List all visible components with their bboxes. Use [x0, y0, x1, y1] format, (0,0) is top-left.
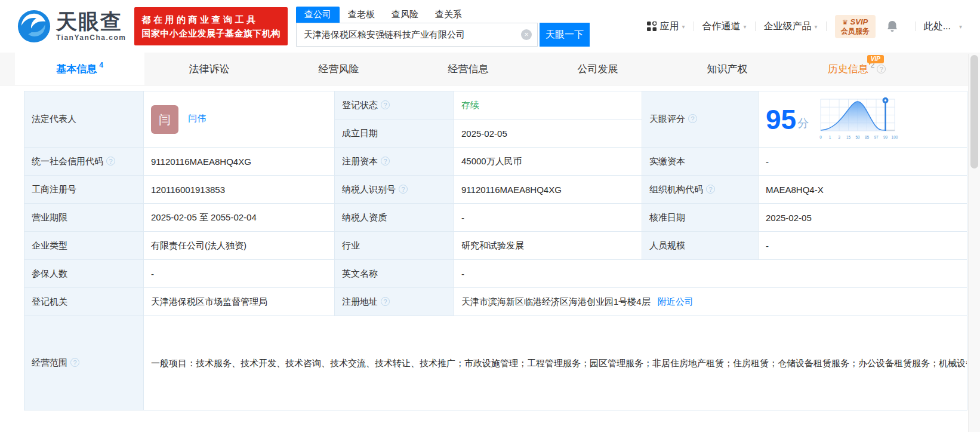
status-badge: 存续 — [461, 100, 479, 110]
table-row: 经营范围? 一般项目：技术服务、技术开发、技术咨询、技术交流、技术转让、技术推广… — [24, 316, 967, 410]
help-icon[interactable]: ? — [399, 185, 408, 194]
help-icon[interactable]: ? — [381, 297, 390, 306]
header-nav: 应用 ▾ 合作通道 ▾ 企业级产品 ▾ ♛ SVIP 会员服务 此处... ▾ — [647, 15, 962, 38]
tab-label: 法律诉讼 — [189, 62, 230, 76]
tab-operation-info[interactable]: 经营信息 — [403, 53, 533, 85]
nav-apps-label: 应用 — [660, 20, 679, 33]
tianyancha-logo[interactable]: 天眼查 TianYanCha.com — [17, 9, 126, 44]
tab-history-info[interactable]: VIP 历史信息 2 ? — [792, 53, 922, 85]
header: 天眼查 TianYanCha.com 都在用的商业查询工具 国家中小企业发展子基… — [0, 0, 980, 53]
crown-icon: ♛ — [842, 19, 848, 26]
field-value-industry: 研究和试验发展 — [454, 232, 642, 260]
nav-apps[interactable]: 应用 ▾ — [647, 20, 685, 33]
svg-text:0: 0 — [819, 135, 822, 139]
tab-label: 历史信息 — [828, 62, 868, 76]
score-value: 95 — [766, 106, 796, 133]
legal-rep-avatar[interactable]: 闫 — [151, 105, 178, 134]
vip-badge: VIP — [867, 55, 884, 63]
basic-info-panel: 法定代表人 闫 闫伟 登记状态? 存续 天眼评分? 95 分 — [0, 85, 980, 410]
nav-enterprise-label: 企业级产品 — [764, 20, 812, 33]
table-row: 工商注册号 120116001913853 纳税人识别号? 91120116MA… — [24, 176, 967, 204]
field-value-business-scope: 一般项目：技术服务、技术开发、技术咨询、技术交流、技术转让、技术推广；市政设施管… — [144, 316, 967, 410]
scrollbar-thumb[interactable] — [970, 55, 978, 168]
field-label-paid-capital: 实缴资本 — [642, 148, 759, 176]
tab-label: 经营风险 — [319, 62, 359, 76]
nearby-companies-link[interactable]: 附近公司 — [658, 296, 694, 307]
clear-icon[interactable]: × — [521, 29, 532, 40]
help-icon[interactable]: ? — [381, 157, 390, 166]
table-row: 营业期限 2025-02-05 至 2055-02-04 纳税人资质 - 核准日… — [24, 204, 967, 232]
nav-partner[interactable]: 合作通道 ▾ — [702, 20, 747, 33]
field-value-company-type: 有限责任公司(法人独资) — [144, 232, 335, 260]
tab-label: 经营信息 — [448, 62, 489, 76]
tab-basic-info[interactable]: 基本信息 4 — [15, 53, 144, 85]
search-tab-risk[interactable]: 查风险 — [383, 7, 427, 23]
help-icon[interactable]: ? — [706, 185, 715, 194]
divider — [694, 22, 694, 31]
field-value-approval-date: 2025-02-05 — [759, 204, 967, 232]
field-label-org-code: 组织机构代码? — [642, 176, 759, 204]
chevron-down-icon: ▾ — [815, 23, 818, 30]
svip-member-button[interactable]: ♛ SVIP 会员服务 — [835, 15, 876, 38]
help-icon[interactable]: ? — [106, 157, 115, 166]
help-icon[interactable]: ? — [688, 114, 697, 123]
tab-company-development[interactable]: 公司发展 — [533, 53, 662, 85]
field-label-company-type: 企业类型 — [24, 232, 144, 260]
svip-service-label: 会员服务 — [841, 27, 870, 36]
tab-label: 基本信息 — [56, 62, 97, 76]
search-tab-relation[interactable]: 查关系 — [427, 7, 470, 23]
field-label-staff-size: 人员规模 — [642, 232, 759, 260]
search-tab-company[interactable]: 查公司 — [296, 7, 340, 23]
field-label-est-date: 成立日期 — [335, 120, 454, 148]
field-value-reg-status: 存续 — [454, 91, 642, 120]
field-label-english-name: 英文名称 — [335, 260, 454, 288]
field-label-biz-reg-no: 工商注册号 — [24, 176, 144, 204]
tianyancha-logo-icon — [17, 9, 51, 44]
svg-text:50: 50 — [856, 135, 861, 139]
divider — [826, 22, 827, 31]
legal-rep-link[interactable]: 闫伟 — [188, 113, 206, 123]
svg-text:97: 97 — [874, 135, 879, 139]
field-label-business-scope: 经营范围? — [24, 316, 144, 410]
svg-text:99: 99 — [883, 135, 888, 139]
table-row: 参保人数 - 英文名称 - — [24, 260, 967, 288]
field-label-approval-date: 核准日期 — [642, 204, 759, 232]
user-menu[interactable]: 此处... ▾ — [924, 20, 962, 33]
field-value-est-date: 2025-02-05 — [454, 120, 642, 148]
divider — [755, 22, 756, 31]
search-input[interactable] — [296, 23, 538, 47]
vertical-scrollbar[interactable] — [968, 54, 980, 432]
company-info-table: 法定代表人 闫 闫伟 登记状态? 存续 天眼评分? 95 分 — [24, 91, 967, 410]
field-value-insured-count: - — [144, 260, 335, 288]
brand-slogan: 都在用的商业查询工具 国家中小企业发展子基金旗下机构 — [134, 7, 288, 45]
help-icon[interactable]: ? — [877, 65, 886, 73]
tab-legal-litigation[interactable]: 法律诉讼 — [144, 53, 274, 85]
score-distribution-chart: 0 1 3 15 50 85 97 99 100 — [817, 96, 899, 143]
section-tabbar: 基本信息 4 法律诉讼 经营风险 经营信息 公司发展 知识产权 VIP 历史信息… — [0, 53, 980, 85]
notification-bell-icon[interactable] — [886, 20, 898, 33]
svg-text:100: 100 — [892, 135, 898, 139]
help-icon[interactable]: ? — [381, 100, 390, 109]
field-value-legal-rep: 闫 闫伟 — [144, 91, 335, 148]
brand-domain: TianYanCha.com — [56, 33, 126, 42]
field-label-insured-count: 参保人数 — [24, 260, 144, 288]
svg-text:3: 3 — [838, 135, 840, 139]
field-value-paid-capital: - — [759, 148, 967, 176]
table-row: 登记机关 天津港保税区市场监督管理局 注册地址? 天津市滨海新区临港经济区海港创… — [24, 288, 967, 316]
help-icon[interactable]: ? — [70, 358, 79, 367]
search-button[interactable]: 天眼一下 — [540, 23, 590, 47]
search-block: 查公司 查老板 查风险 查关系 × 天眼一下 — [296, 6, 590, 47]
field-label-industry: 行业 — [335, 232, 454, 260]
tab-intellectual-property[interactable]: 知识产权 — [662, 53, 792, 85]
field-value-english-name: - — [454, 260, 967, 288]
nav-enterprise[interactable]: 企业级产品 ▾ — [764, 20, 818, 33]
table-row: 统一社会信用代码? 91120116MAEA8HQ4XG 注册资本? 45000… — [24, 148, 967, 176]
chevron-down-icon: ▾ — [959, 23, 962, 30]
field-value-reg-address: 天津市滨海新区临港经济区海港创业园1号楼4层 附近公司 — [454, 288, 967, 316]
field-value-taxpayer-id: 91120116MAEA8HQ4XG — [454, 176, 642, 204]
score-unit: 分 — [797, 116, 809, 131]
tab-operation-risk[interactable]: 经营风险 — [274, 53, 403, 85]
chevron-down-icon: ▾ — [744, 23, 747, 30]
search-tab-boss[interactable]: 查老板 — [340, 7, 383, 23]
field-label-reg-status: 登记状态? — [335, 91, 454, 120]
